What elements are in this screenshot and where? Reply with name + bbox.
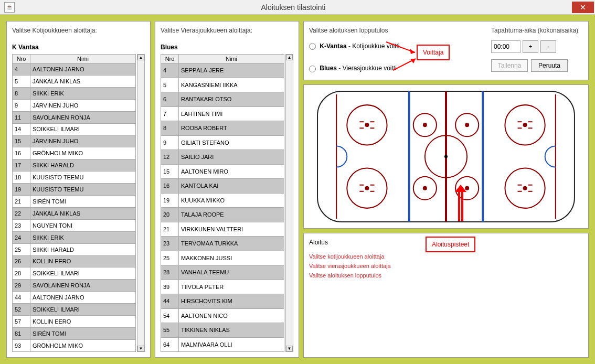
titlebar: ☕ Aloituksen tilastointi ✕ <box>0 0 595 15</box>
table-row[interactable]: 26KOLLIN EERO <box>13 255 136 267</box>
time-minus-button[interactable]: - <box>540 40 556 53</box>
svg-point-37 <box>423 123 427 126</box>
home-team: K Vantaa <box>12 44 145 51</box>
table-row[interactable]: 6RANTAKARI OTSO <box>161 92 284 107</box>
table-row[interactable]: 21SIRÉN TOMI <box>13 195 136 207</box>
table-row[interactable]: 17SIIKKI HARALD <box>13 159 136 172</box>
time-plus-button[interactable]: + <box>523 40 538 53</box>
rink-panel[interactable] <box>303 84 589 229</box>
table-row[interactable]: 7LAHTINEN TIMI <box>161 106 284 121</box>
table-row[interactable]: 8SIIKKI ERIK <box>13 87 136 99</box>
result-header: Valitse aloituksen lopputulos <box>309 27 491 34</box>
time-input[interactable] <box>491 40 520 53</box>
table-row[interactable]: 4AALTONEN JARNO <box>13 63 136 76</box>
away-scrollbar[interactable]: ▲ ▼ <box>285 54 293 352</box>
table-row[interactable]: 16GRÖNHOLM MIKO <box>13 147 136 159</box>
svg-point-43 <box>465 186 469 189</box>
table-row[interactable]: 23TERVOMAA TURKKA <box>161 237 284 251</box>
table-row[interactable]: 5KANGASNIEMI IIKKA <box>161 78 284 92</box>
home-panel: Valitse Kotijoukkueen aloittaja: K Vanta… <box>6 21 151 358</box>
table-row[interactable]: 29SAVOLAINEN RONJA <box>13 280 136 292</box>
table-row[interactable]: 54AALTONEN NICO <box>161 308 284 323</box>
table-row[interactable]: 8ROOBA ROBERT <box>161 121 284 136</box>
table-row[interactable]: 28SOIKKELI ILMARI <box>13 267 136 280</box>
svg-point-25 <box>524 123 527 126</box>
svg-point-19 <box>365 186 368 189</box>
table-row[interactable]: 44AALTONEN JARNO <box>13 292 136 304</box>
radio-away[interactable] <box>309 66 316 72</box>
rink-diagram[interactable] <box>307 88 585 225</box>
away-table[interactable]: Nro Nimi 4SEPPÄLÄ JERE5KANGASNIEMI IIKKA… <box>161 54 284 352</box>
scroll-up-icon[interactable]: ▲ <box>286 55 293 60</box>
home-table[interactable]: Nro Nimi 4AALTONEN JARNO5JÄNKÄLÄ NIKLAS8… <box>12 54 136 352</box>
table-row[interactable]: 15AALTONEN MIRO <box>161 164 284 179</box>
table-row[interactable]: 19KUUKKA MIKKO <box>161 193 284 208</box>
home-scrollbar[interactable]: ▲ ▼ <box>137 54 145 352</box>
save-button[interactable]: Tallenna <box>491 59 528 72</box>
status-msg-2: Valitse vierasjoukkueen aloittaja <box>309 263 583 269</box>
away-label: Valitse Vierasjoukkueen aloittaja: <box>161 27 293 34</box>
table-row[interactable]: 12SAILIO JARI <box>161 150 284 165</box>
table-row[interactable]: 4SEPPÄLÄ JERE <box>161 63 284 78</box>
status-msg-1: Valitse kotijoukkueen aloittaja <box>309 253 583 260</box>
table-row[interactable]: 20TALAJA ROOPE <box>161 208 284 222</box>
table-row[interactable]: 39TIIVOLA PETER <box>161 280 284 294</box>
col-nro: Nro <box>13 55 30 63</box>
table-row[interactable]: 14SOIKKELI ILMARI <box>13 123 136 135</box>
table-row[interactable]: 9JÄRVINEN JUHO <box>13 99 136 111</box>
table-row[interactable]: 52SOIKKELI ILMARI <box>13 304 136 316</box>
svg-marker-3 <box>410 59 416 63</box>
table-row[interactable]: 9GILIATI STEFANO <box>161 135 284 150</box>
table-row[interactable]: 23NGUYEN TONI <box>13 219 136 231</box>
table-row[interactable]: 19KUUSISTO TEEMU <box>13 184 136 196</box>
table-row[interactable]: 57KOLLIN EERO <box>13 316 136 328</box>
table-row[interactable]: 25SIIKKI HARALD <box>13 243 136 255</box>
col-nimi: Nimi <box>30 55 136 63</box>
time-header: Tapahtuma-aika (kokonaisaika) <box>491 27 583 34</box>
status-panel: Aloitus Valitse kotijoukkueen aloittaja … <box>303 233 589 358</box>
table-row[interactable]: 28VANHALA TEEMU <box>161 265 284 280</box>
scroll-down-icon[interactable]: ▼ <box>286 346 293 351</box>
away-panel: Valitse Vierasjoukkueen aloittaja: Blues… <box>155 21 299 358</box>
app-icon: ☕ <box>4 2 15 13</box>
svg-point-39 <box>423 186 427 189</box>
radio-away-win[interactable]: Blues - Vierasjoukkue voitti <box>309 65 491 72</box>
home-label: Valitse Kotijoukkueen aloittaja: <box>12 27 145 34</box>
cancel-button[interactable]: Peruuta <box>531 59 568 72</box>
table-row[interactable]: 21VIRKKUNEN VALTTERI <box>161 222 284 237</box>
radio-home-win[interactable]: K-Vantaa - Kotijoukkue voitti <box>309 42 491 50</box>
table-row[interactable]: 15JÄRVINEN JUHO <box>13 135 136 147</box>
table-row[interactable]: 25MAKKONEN JUSSI <box>161 251 284 265</box>
window-title: Aloituksen tilastointi <box>15 3 572 12</box>
table-row[interactable]: 81SIRÉN TOMI <box>13 327 136 339</box>
table-row[interactable]: 18KUUSISTO TEEMU <box>13 172 136 184</box>
col-nro: Nro <box>161 55 179 63</box>
col-nimi: Nimi <box>179 55 284 63</box>
table-row[interactable]: 93GRÖNHOLM MIKO <box>13 339 136 351</box>
status-header: Aloitus <box>309 239 583 246</box>
radio-home[interactable] <box>309 43 316 50</box>
table-row[interactable]: 64MALMIVAARA OLLI <box>161 337 284 352</box>
result-panel: Valitse aloituksen lopputulos K-Vantaa -… <box>303 21 589 80</box>
status-msg-3: Valitse aloituksen lopputulos <box>309 272 583 279</box>
table-row[interactable]: 44HIRSCHOVITS KIM <box>161 294 284 309</box>
svg-point-41 <box>465 123 469 126</box>
table-row[interactable]: 22JÄNKÄLÄ NIKLAS <box>13 207 136 219</box>
close-button[interactable]: ✕ <box>572 2 594 13</box>
svg-point-31 <box>524 186 527 189</box>
table-row[interactable]: 24SIIKKI ERIK <box>13 231 136 243</box>
table-row[interactable]: 16KANTOLA KAI <box>161 179 284 194</box>
svg-point-11 <box>444 155 448 158</box>
away-team: Blues <box>161 44 293 51</box>
table-row[interactable]: 11SAVOLAINEN RONJA <box>13 111 136 123</box>
table-row[interactable]: 5JÄNKÄLÄ NIKLAS <box>13 75 136 87</box>
table-row[interactable]: 55TIKKINEN NIKLAS <box>161 323 284 338</box>
scroll-up-icon[interactable]: ▲ <box>137 55 144 60</box>
svg-point-13 <box>365 123 368 126</box>
scroll-down-icon[interactable]: ▼ <box>137 346 144 351</box>
